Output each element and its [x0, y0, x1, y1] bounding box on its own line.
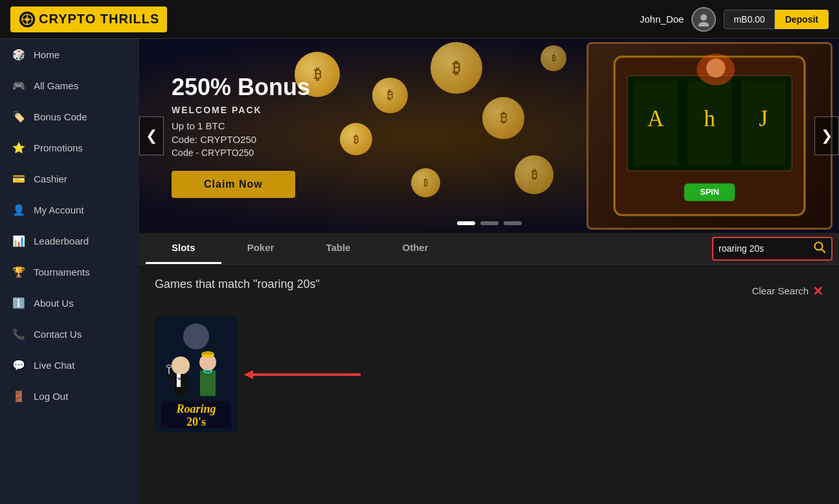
sidebar-item-log-out[interactable]: 🚪 Log Out: [0, 380, 139, 411]
promo-banner: ₿ ₿ ₿ ₿ ₿ ₿ ₿ ₿ 250% Bonus WELCOME PACK …: [139, 39, 839, 233]
svg-rect-28: [177, 374, 181, 387]
svg-point-18: [706, 59, 725, 78]
search-results-heading: Games that match "roaring 20s": [155, 278, 320, 291]
slot-art-svg: A h J SPIN: [588, 44, 831, 228]
banner-subtitle: WELCOME PACK: [172, 105, 310, 115]
logo[interactable]: CRYPTO THRILLS: [10, 6, 167, 32]
svg-marker-41: [244, 370, 253, 379]
search-input[interactable]: [719, 243, 809, 254]
header-right: John_Doe mB0.00 Deposit: [640, 7, 829, 32]
svg-line-23: [822, 249, 825, 252]
clear-search-icon: ✕: [812, 283, 823, 299]
sidebar-item-tournaments[interactable]: 🏆 Tournaments: [0, 256, 139, 287]
logo-text: CRYPTO THRILLS: [39, 12, 159, 27]
main-content: ₿ ₿ ₿ ₿ ₿ ₿ ₿ ₿ 250% Bonus WELCOME PACK …: [139, 39, 839, 504]
sidebar-label-log-out: Log Out: [34, 391, 68, 402]
balance-deposit-group: mB0.00 Deposit: [724, 10, 829, 29]
bonus-code-icon: 🏷️: [12, 109, 26, 124]
tab-table[interactable]: Table: [300, 233, 376, 264]
tab-slots[interactable]: Slots: [146, 233, 221, 264]
arrow-annotation: [244, 368, 361, 381]
svg-text:20's: 20's: [186, 415, 206, 428]
sidebar-item-home[interactable]: 🎲 Home: [0, 39, 139, 70]
annotation-arrow: [244, 368, 361, 381]
about-us-icon: ℹ️: [12, 296, 26, 310]
sidebar-item-bonus-code[interactable]: 🏷️ Bonus Code: [0, 101, 139, 132]
username-label: John_Doe: [640, 14, 684, 25]
sidebar-label-bonus-code: Bonus Code: [34, 111, 87, 122]
games-grid: Roaring 20's: [155, 317, 823, 432]
svg-point-8: [699, 22, 709, 27]
svg-point-26: [172, 356, 190, 375]
banner-line2: Code: CRYPTO250: [172, 134, 310, 145]
sidebar-label-about-us: About Us: [34, 298, 74, 309]
deposit-button[interactable]: Deposit: [775, 10, 829, 29]
user-avatar-icon: [697, 12, 711, 27]
banner-line3: Code - CRYPTO250: [172, 148, 310, 158]
svg-text:Roaring: Roaring: [175, 402, 216, 415]
live-chat-icon: 💬: [12, 358, 26, 372]
claim-button[interactable]: Claim Now: [172, 171, 295, 198]
search-query-text: roaring 20s: [257, 278, 315, 290]
leaderboard-icon: 📊: [12, 234, 26, 248]
roaring20s-art: Roaring 20's: [155, 317, 238, 432]
search-box[interactable]: [712, 237, 833, 261]
banner-dot-1[interactable]: [457, 221, 475, 225]
svg-text:A: A: [647, 106, 664, 131]
tournaments-icon: 🏆: [12, 265, 26, 279]
main-layout: 🎲 Home 🎮 All Games 🏷️ Bonus Code ⭐ Promo…: [0, 39, 839, 504]
sidebar-label-tournaments: Tournaments: [34, 267, 90, 278]
roaring20s-background: Roaring 20's: [155, 317, 238, 432]
svg-text:h: h: [704, 106, 715, 131]
sidebar-item-contact-us[interactable]: 📞 Contact Us: [0, 318, 139, 349]
banner-dot-3[interactable]: [504, 221, 522, 225]
sidebar-item-promotions[interactable]: ⭐ Promotions: [0, 132, 139, 163]
game-card-roaring-20s[interactable]: Roaring 20's: [155, 317, 238, 432]
game-card-with-arrow: Roaring 20's: [155, 317, 361, 432]
log-out-icon: 🚪: [12, 389, 26, 403]
balance-button[interactable]: mB0.00: [724, 10, 774, 29]
sidebar-item-cashier[interactable]: 💳 Cashier: [0, 163, 139, 194]
banner-line1: Up to 1 BTC: [172, 120, 310, 131]
clear-search-button[interactable]: Clear Search ✕: [752, 283, 823, 299]
banner-dots: [457, 221, 522, 225]
banner-next-arrow[interactable]: ❯: [814, 116, 839, 155]
sidebar-item-about-us[interactable]: ℹ️ About Us: [0, 287, 139, 318]
sidebar-label-all-games: All Games: [34, 80, 78, 91]
header: CRYPTO THRILLS John_Doe mB0.00 Deposit: [0, 0, 839, 39]
banner-art: A h J SPIN: [483, 39, 839, 233]
svg-rect-42: [253, 373, 361, 376]
slot-machine-visual: A h J SPIN: [587, 42, 833, 230]
sidebar-label-live-chat: Live Chat: [34, 360, 74, 371]
game-tabs-bar: Slots Poker Table Other: [139, 233, 839, 265]
banner-dot-2[interactable]: [480, 221, 498, 225]
banner-prev-arrow[interactable]: ❮: [139, 116, 164, 155]
tab-other[interactable]: Other: [376, 233, 454, 264]
sidebar-item-leaderboard[interactable]: 📊 Leaderboard: [0, 225, 139, 256]
cashier-icon: 💳: [12, 171, 26, 186]
svg-point-7: [700, 14, 707, 21]
sidebar-item-live-chat[interactable]: 💬 Live Chat: [0, 349, 139, 380]
avatar[interactable]: [691, 7, 716, 32]
svg-rect-36: [200, 370, 216, 396]
banner-content: 250% Bonus WELCOME PACK Up to 1 BTC Code…: [139, 54, 342, 217]
sidebar-label-leaderboard: Leaderboard: [34, 236, 89, 247]
sidebar: 🎲 Home 🎮 All Games 🏷️ Bonus Code ⭐ Promo…: [0, 39, 139, 504]
sidebar-label-promotions: Promotions: [34, 142, 83, 153]
sidebar-label-home: Home: [34, 49, 60, 60]
sidebar-item-my-account[interactable]: 👤 My Account: [0, 194, 139, 225]
promotions-icon: ⭐: [12, 140, 26, 155]
sidebar-label-my-account: My Account: [34, 204, 84, 215]
svg-rect-35: [203, 352, 213, 355]
home-icon: 🎲: [12, 47, 26, 61]
tab-poker[interactable]: Poker: [221, 233, 300, 264]
svg-text:J: J: [759, 106, 768, 131]
svg-point-25: [183, 323, 209, 349]
search-submit-button[interactable]: [813, 241, 826, 257]
sidebar-item-all-games[interactable]: 🎮 All Games: [0, 70, 139, 101]
sidebar-label-contact-us: Contact Us: [34, 329, 82, 340]
banner-title: 250% Bonus: [172, 74, 310, 101]
search-results-section: Games that match "roaring 20s" Clear Sea…: [139, 265, 839, 445]
contact-us-icon: 📞: [12, 327, 26, 341]
my-account-icon: 👤: [12, 203, 26, 217]
